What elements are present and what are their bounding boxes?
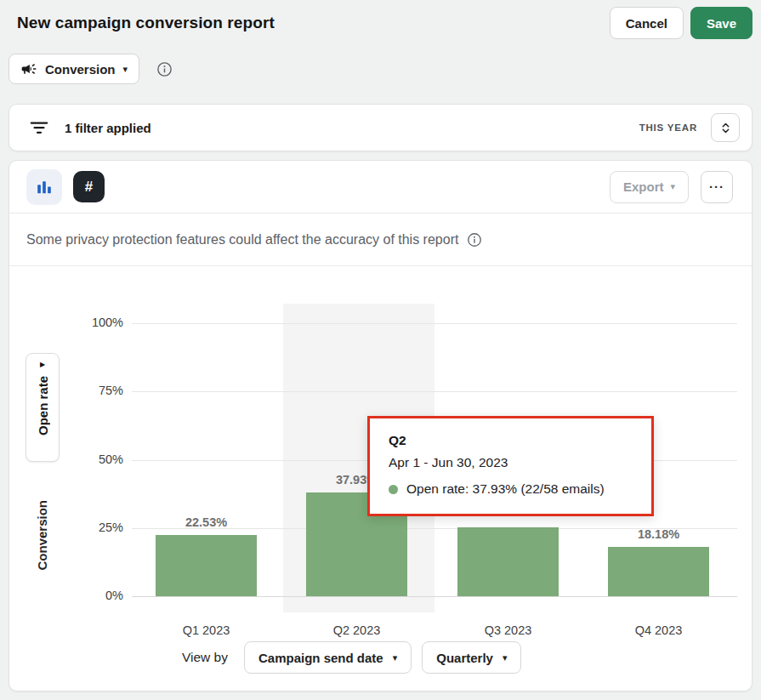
number-view-button[interactable]: #	[73, 171, 105, 202]
metric-info-icon[interactable]	[156, 60, 173, 78]
filter-right: THIS YEAR	[639, 113, 740, 142]
header: New campaign conversion report Cancel Sa…	[0, 0, 761, 39]
y-axis-tick: 75%	[64, 384, 123, 397]
privacy-notice: Some privacy protection features could a…	[9, 213, 752, 266]
megaphone-icon	[20, 60, 37, 77]
toolbar-right: Export ▾ ···	[610, 171, 733, 203]
chart-bar[interactable]	[156, 535, 257, 596]
tooltip-metric-text: Open rate: 37.93% (22/58 emails)	[406, 481, 605, 497]
view-by-label: View by	[182, 650, 228, 665]
tooltip-date-range: Apr 1 - Jun 30, 2023	[389, 455, 634, 470]
view-by-granularity-value: Quarterly	[436, 651, 493, 665]
y-axis-title: Conversion	[35, 500, 49, 571]
view-by-granularity-dropdown[interactable]: Quarterly ▾	[422, 641, 521, 674]
cancel-button[interactable]: Cancel	[610, 7, 684, 39]
y-axis-tick: 25%	[64, 521, 123, 534]
series-dot-icon	[389, 485, 398, 494]
period-label: THIS YEAR	[639, 122, 697, 133]
chart-toolbar: # Export ▾ ···	[9, 161, 752, 213]
privacy-info-icon[interactable]	[466, 231, 483, 248]
filter-lines-icon	[28, 117, 50, 139]
x-axis-tick: Q4 2023	[608, 623, 709, 637]
save-button[interactable]: Save	[690, 7, 752, 39]
bar-value-label: 22.53%	[156, 515, 257, 529]
chart-region: 100% 75% 50% 25% 0% 22.53% 37.93% 18.18%…	[9, 266, 752, 690]
more-options-button[interactable]: ···	[701, 171, 733, 203]
gridline-0	[132, 596, 737, 597]
bar-group-q1: 22.53%	[156, 266, 257, 596]
chevron-down-icon: ▾	[393, 653, 398, 663]
header-actions: Cancel Save	[610, 7, 752, 39]
chart-card: # Export ▾ ··· Some privacy protection f…	[9, 160, 752, 691]
tooltip-title: Q2	[389, 433, 634, 448]
x-axis-tick: Q3 2023	[457, 623, 559, 637]
metric-dropdown-button[interactable]: Conversion ▾	[9, 54, 139, 84]
open-rate-series-button[interactable]: ▶ Open rate	[26, 353, 60, 462]
bar-chart-view-button[interactable]	[26, 169, 62, 205]
privacy-notice-text: Some privacy protection features could a…	[26, 232, 458, 248]
view-by-row: View by Campaign send date ▾ Quarterly ▾	[182, 641, 521, 674]
x-axis-tick: Q2 2023	[306, 623, 407, 637]
tooltip-metric-row: Open rate: 37.93% (22/58 emails)	[389, 481, 634, 497]
chevron-down-icon: ▾	[123, 65, 128, 74]
y-axis-title-wrap: Conversion	[25, 487, 59, 583]
export-label: Export	[623, 179, 664, 194]
y-axis-tick: 0%	[64, 589, 123, 602]
chart-tooltip: Q2 Apr 1 - Jun 30, 2023 Open rate: 37.93…	[367, 416, 654, 516]
chart-bar[interactable]	[608, 547, 709, 596]
metric-row: Conversion ▾	[9, 54, 761, 84]
chevron-down-icon: ▾	[670, 182, 675, 191]
chart-bar[interactable]	[457, 527, 559, 596]
filter-applied-text: 1 filter applied	[65, 121, 151, 135]
page-title: New campaign conversion report	[17, 14, 275, 32]
period-toggle-button[interactable]	[711, 113, 740, 142]
metric-dropdown-label: Conversion	[45, 62, 116, 77]
export-button[interactable]: Export ▾	[610, 171, 689, 203]
view-by-dimension-dropdown[interactable]: Campaign send date ▾	[244, 641, 412, 674]
y-axis-tick: 100%	[64, 316, 123, 329]
bar-chart-icon	[35, 178, 54, 196]
open-rate-label: Open rate	[36, 376, 50, 435]
y-axis-tick: 50%	[64, 452, 123, 466]
expand-right-icon: ▶	[40, 361, 45, 368]
campaign-report-page: New campaign conversion report Cancel Sa…	[0, 0, 761, 700]
chevron-down-icon: ▾	[503, 653, 508, 663]
up-down-chevrons-icon	[718, 121, 733, 135]
x-axis-tick: Q1 2023	[156, 623, 257, 637]
view-by-dimension-value: Campaign send date	[258, 651, 383, 665]
filter-bar[interactable]: 1 filter applied THIS YEAR	[9, 104, 752, 151]
bar-value-label: 18.18%	[608, 527, 709, 541]
